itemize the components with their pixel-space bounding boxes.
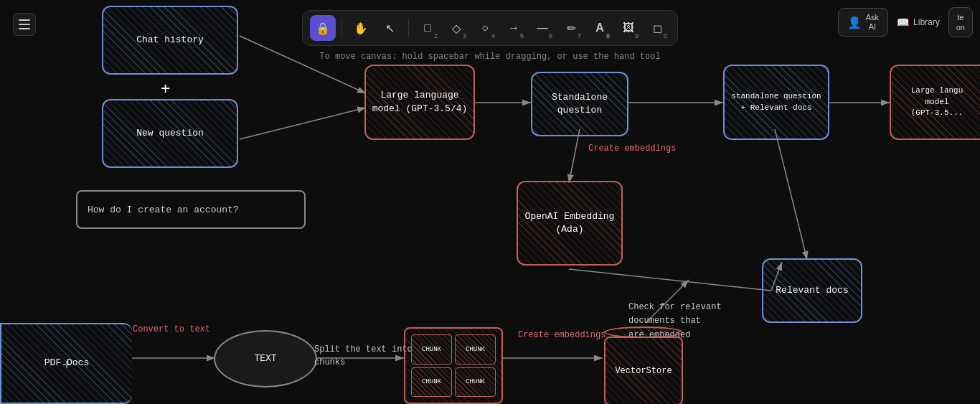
te-button[interactable]: teon [948,7,973,37]
openai-embed-node[interactable]: OpenAI Embedding (Ada) [517,181,623,266]
chunk-2: CHUNK [455,334,496,365]
ask-ai-button[interactable]: 👤 AskAI [838,8,888,37]
svg-line-6 [569,129,580,183]
chat-history-node[interactable]: Chat history [102,6,238,75]
tool-hand[interactable]: ✋ [348,15,374,41]
chunk-3: CHUNK [411,367,452,398]
tool-line[interactable]: —6 [529,15,555,41]
tool-pen[interactable]: ✏7 [558,15,584,41]
book-icon: 📖 [897,17,909,28]
relevant-docs-node[interactable]: Relevant docs [762,258,862,323]
toolbar-divider [341,19,342,37]
svg-line-9 [775,129,807,260]
large-lm-2-node[interactable]: Large langumodel(GPT-3.5... [890,65,980,140]
create-embeddings-label-2: Create embeddings [518,330,606,340]
tool-text[interactable]: A8 [587,15,613,41]
plus-connector: + [161,79,170,97]
convert-to-text-label: Convert to text [133,324,210,334]
toolbar: 🔒 ✋ ↖ □2 ◇3 ○4 →5 —6 ✏7 A8 🖼9 ◻0 [302,10,678,46]
text-circle-node[interactable]: TEXT [214,330,317,387]
pdf-docs-node[interactable]: PDF Docs ✛ [0,323,132,404]
vectorstore-node[interactable]: VectorStore [604,327,683,404]
tool-rect[interactable]: □2 [415,15,440,41]
tool-lock[interactable]: 🔒 [310,15,336,41]
new-question-node[interactable]: New question [102,99,238,168]
split-chunks-label: Split the text into chunks [314,330,413,369]
tool-diamond[interactable]: ◇3 [443,15,469,41]
tool-arrow[interactable]: →5 [501,15,527,41]
library-label: Library [913,17,940,27]
tool-cursor[interactable]: ↖ [377,15,402,41]
te-label: teon [956,13,965,32]
ask-ai-label: AskAI [866,13,879,32]
large-lm-1-node[interactable]: Large language model (GPT-3.5/4) [364,65,475,140]
chunk-1: CHUNK [411,334,452,365]
tool-circle[interactable]: ○4 [472,15,498,41]
tooltip-bar: To move canvas: hold spacebar while drag… [319,52,660,62]
person-icon: 👤 [847,16,862,29]
hamburger-icon [19,19,30,29]
top-right-controls: 👤 AskAI 📖 Library teon [838,7,973,37]
move-icon: ✛ [63,356,71,372]
tool-image[interactable]: 🖼9 [616,15,641,41]
create-embeddings-label-1: Create embeddings [588,144,676,154]
chunk-grid: CHUNK CHUNK CHUNK CHUNK [404,327,503,404]
svg-line-2 [240,108,366,139]
toolbar-divider-2 [408,19,409,37]
library-button[interactable]: 📖 Library [897,17,940,28]
standalone-q-1-node[interactable]: Standalone question [531,72,628,136]
hamburger-button[interactable] [13,13,36,36]
cylinder-body: VectorStore [604,337,683,404]
chunk-4: CHUNK [455,367,496,398]
tool-eraser[interactable]: ◻0 [644,15,670,41]
standalone-q-2-node[interactable]: standalone question + Relevant docs [723,65,829,140]
question-box: How do I create an account? [76,190,306,229]
